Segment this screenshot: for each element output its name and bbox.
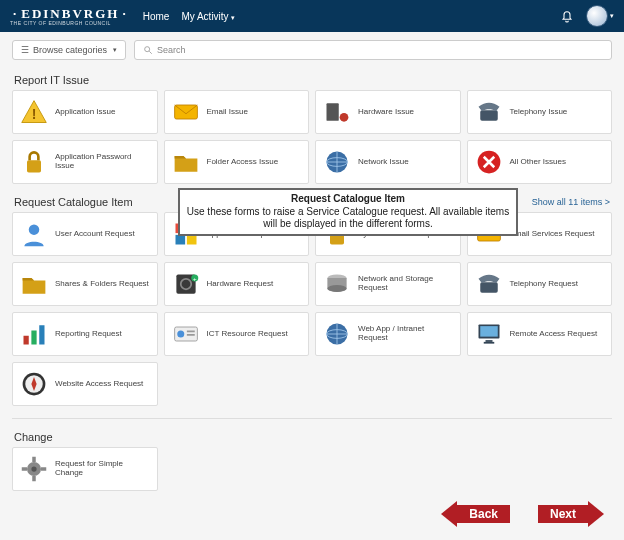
card-label: Shares & Folders Request [55, 280, 151, 289]
card-label: Telephony Issue [510, 108, 606, 117]
svg-rect-30 [186, 331, 194, 333]
card-label: User Account Request [55, 230, 151, 239]
search-icon [143, 45, 153, 55]
next-button[interactable]: Next [538, 501, 604, 527]
folder2-icon [19, 269, 49, 299]
user-menu[interactable]: ▾ [586, 5, 614, 27]
chevron-down-icon: ▾ [231, 14, 235, 21]
show-all-link[interactable]: Show all 11 items > [532, 197, 610, 207]
svg-rect-14 [175, 235, 185, 245]
warning-icon: ! [19, 97, 49, 127]
card-label: Telephony Request [510, 280, 606, 289]
user-icon [19, 219, 49, 249]
logo: EDINBVRGH THE CITY OF EDINBURGH COUNCIL [10, 6, 131, 26]
svg-point-11 [29, 224, 40, 235]
section-title: Change [14, 431, 53, 443]
svg-text:+: + [192, 275, 196, 282]
svg-rect-45 [41, 467, 46, 471]
card-label: Web App / Intranet Request [358, 325, 454, 343]
svg-rect-24 [480, 282, 498, 293]
svg-rect-44 [22, 467, 27, 471]
catalog-card[interactable]: ICT Resource Request [164, 312, 310, 356]
nav-my-activity[interactable]: My Activity▾ [181, 11, 234, 22]
svg-text:!: ! [32, 106, 37, 122]
card-label: Email Issue [207, 108, 303, 117]
svg-point-29 [177, 331, 184, 338]
back-button[interactable]: Back [441, 501, 510, 527]
catalog-card[interactable]: Hardware Issue [315, 90, 461, 134]
catalog-card[interactable]: Application Password Issue [12, 140, 158, 184]
safe-icon: + [171, 269, 201, 299]
svg-line-1 [149, 51, 152, 54]
catalog-card[interactable]: !Application Issue [12, 90, 158, 134]
catalog-card[interactable]: Telephony Issue [467, 90, 613, 134]
card-label: Application Password Issue [55, 153, 151, 171]
card-label: Hardware Request [207, 280, 303, 289]
card-label: Network and Storage Request [358, 275, 454, 293]
monitor-icon [474, 319, 504, 349]
card-label: Email Services Request [510, 230, 606, 239]
catalog-card[interactable]: Shares & Folders Request [12, 262, 158, 306]
bell-icon[interactable] [558, 7, 576, 25]
browse-categories-button[interactable]: ☰ Browse categories ▾ [12, 40, 126, 60]
svg-rect-15 [186, 235, 196, 245]
report-grid: !Application IssueEmail IssueHardware Is… [0, 90, 624, 190]
chevron-down-icon: ▾ [113, 46, 117, 54]
svg-rect-6 [480, 110, 498, 121]
catalogue-grid: User Account RequestApplication RequestS… [0, 212, 624, 412]
catalog-card[interactable]: Web App / Intranet Request [315, 312, 461, 356]
gear-icon [19, 454, 49, 484]
section-change-header: Change [0, 425, 624, 447]
divider [12, 418, 612, 419]
idcard-icon [171, 319, 201, 349]
hardware-icon [322, 97, 352, 127]
svg-rect-25 [24, 336, 29, 345]
catalog-card[interactable]: +Hardware Request [164, 262, 310, 306]
chart-icon [19, 319, 49, 349]
catalog-card[interactable]: Email Issue [164, 90, 310, 134]
drive-icon [322, 269, 352, 299]
nav-home[interactable]: Home [143, 11, 170, 22]
catalog-card[interactable]: Telephony Request [467, 262, 613, 306]
change-grid: Request for Simple Change [0, 447, 624, 497]
section-title: Request Catalogue Item [14, 196, 133, 208]
globe2-icon [322, 319, 352, 349]
arrow-left-icon [441, 501, 457, 527]
lock-icon [19, 147, 49, 177]
search-input[interactable]: Search [134, 40, 612, 60]
card-label: Request for Simple Change [55, 460, 151, 478]
avatar-icon [586, 5, 608, 27]
catalog-card[interactable]: Reporting Request [12, 312, 158, 356]
card-label: Network Issue [358, 158, 454, 167]
callout-tooltip: Request Catalogue Item Use these forms t… [178, 188, 518, 236]
svg-point-5 [340, 113, 349, 122]
hamburger-icon: ☰ [21, 45, 29, 55]
svg-rect-26 [31, 331, 36, 345]
section-catalogue-header: Request Catalogue Item Show all 11 items… [0, 190, 624, 212]
section-title: Report IT Issue [14, 74, 89, 86]
mail-icon [171, 97, 201, 127]
folder-icon [171, 147, 201, 177]
phone2-icon [474, 269, 504, 299]
svg-rect-27 [39, 325, 44, 344]
svg-point-0 [145, 47, 150, 52]
logo-sub: THE CITY OF EDINBURGH COUNCIL [10, 20, 131, 26]
callout-title: Request Catalogue Item [186, 193, 510, 206]
catalog-card[interactable]: Request for Simple Change [12, 447, 158, 491]
catalog-card[interactable]: User Account Request [12, 212, 158, 256]
svg-rect-36 [485, 340, 492, 342]
catalog-card[interactable]: Folder Access Issue [164, 140, 310, 184]
catalog-card[interactable]: All Other Issues [467, 140, 613, 184]
svg-rect-4 [327, 103, 339, 121]
svg-rect-31 [186, 334, 194, 336]
catalog-card[interactable]: Network Issue [315, 140, 461, 184]
toolbar: ☰ Browse categories ▾ Search [0, 32, 624, 68]
primary-nav: Home My Activity▾ [143, 11, 235, 22]
catalog-card[interactable]: Remote Access Request [467, 312, 613, 356]
wizard-nav: Back Next [0, 497, 624, 540]
svg-rect-37 [483, 342, 494, 344]
card-label: Website Access Request [55, 380, 151, 389]
error-icon [474, 147, 504, 177]
catalog-card[interactable]: Network and Storage Request [315, 262, 461, 306]
catalog-card[interactable]: Website Access Request [12, 362, 158, 406]
